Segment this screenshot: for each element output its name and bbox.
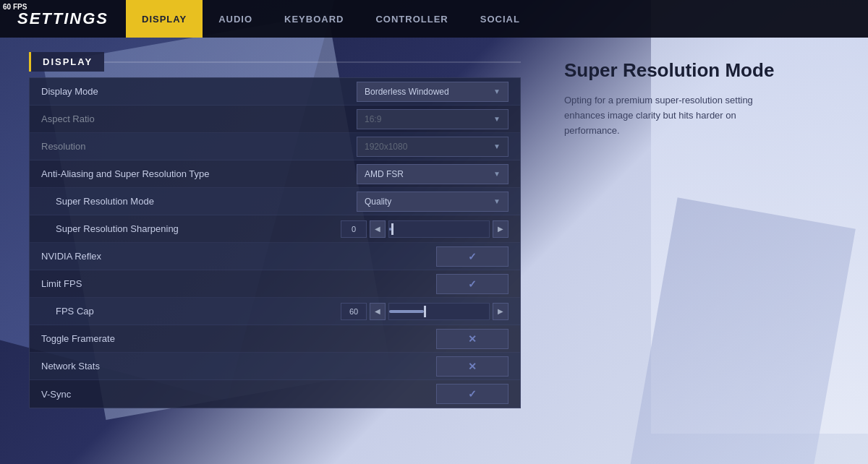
sharpening-value: 0 <box>341 220 367 238</box>
cross-icon: ✕ <box>468 333 477 345</box>
network-stats-checkbox[interactable]: ✕ <box>436 356 509 377</box>
check-icon: ✓ <box>468 278 477 290</box>
nvidia-reflex-checkbox[interactable]: ✓ <box>436 246 509 267</box>
table-row: Super Resolution Mode Quality ▼ <box>30 188 520 215</box>
fps-cap-value: 60 <box>341 303 367 320</box>
anti-aliasing-dropdown[interactable]: AMD FSR ▼ <box>357 164 509 184</box>
table-row: NVIDIA Reflex ✓ <box>30 243 520 270</box>
section-title-line <box>104 61 521 63</box>
table-row: Network Stats ✕ <box>30 353 520 380</box>
chevron-down-icon: ▼ <box>493 87 501 95</box>
chevron-down-icon: ▼ <box>493 142 501 150</box>
resolution-dropdown[interactable]: 1920x1080 ▼ <box>357 137 509 157</box>
main-content: DISPLAY Display Mode Borderless Windowed… <box>0 38 868 464</box>
check-icon: ✓ <box>468 388 477 400</box>
fps-cap-slider-fill <box>389 310 424 313</box>
tab-keyboard[interactable]: KEYBOARD <box>268 0 359 38</box>
chevron-down-icon: ▼ <box>493 115 501 123</box>
tab-display[interactable]: DISPLAY <box>126 0 203 38</box>
tab-social[interactable]: SOCIAL <box>464 0 536 38</box>
setting-label-toggle-framerate: Toggle Framerate <box>41 333 436 344</box>
sharpening-decrease-button[interactable]: ◀ <box>370 220 386 238</box>
table-row: Super Resolution Sharpening 0 ◀ ▶ <box>30 215 520 243</box>
chevron-down-icon: ▼ <box>493 197 501 205</box>
info-title: Super Resolution Mode <box>564 59 846 82</box>
cross-icon: ✕ <box>468 361 477 372</box>
anti-aliasing-value: AMD FSR <box>365 169 404 179</box>
setting-label-sharpening: Super Resolution Sharpening <box>41 223 341 234</box>
check-icon: ✓ <box>468 251 477 262</box>
setting-label-fps-cap: FPS Cap <box>41 306 341 317</box>
chevron-down-icon: ▼ <box>493 170 501 178</box>
super-resolution-mode-dropdown[interactable]: Quality ▼ <box>357 192 509 212</box>
sharpening-slider-container: 0 ◀ ▶ <box>341 220 509 238</box>
limit-fps-checkbox[interactable]: ✓ <box>436 274 509 294</box>
setting-label-anti-aliasing: Anti-Aliasing and Super Resolution Type <box>41 168 357 179</box>
table-row: Limit FPS ✓ <box>30 270 520 298</box>
setting-label-v-sync: V-Sync <box>41 389 436 400</box>
table-row: FPS Cap 60 ◀ ▶ <box>30 298 520 325</box>
fps-counter: 60 FPS <box>3 3 27 11</box>
table-row: Resolution 1920x1080 ▼ <box>30 133 520 160</box>
fps-cap-slider-thumb <box>424 306 426 317</box>
fps-cap-increase-button[interactable]: ▶ <box>493 303 509 320</box>
toggle-framerate-checkbox[interactable]: ✕ <box>436 329 509 349</box>
tab-controller[interactable]: CONTROLLER <box>359 0 464 38</box>
resolution-value: 1920x1080 <box>365 142 407 152</box>
sharpening-slider-thumb <box>391 223 393 235</box>
settings-panel: DISPLAY Display Mode Borderless Windowed… <box>0 38 535 464</box>
nav-bar: SETTINGS DISPLAY AUDIO KEYBOARD CONTROLL… <box>0 0 868 38</box>
setting-label-super-resolution-mode: Super Resolution Mode <box>41 196 357 207</box>
info-description: Opting for a premium super-resolution se… <box>564 93 781 138</box>
section-header: DISPLAY <box>29 52 521 72</box>
nav-tabs: DISPLAY AUDIO KEYBOARD CONTROLLER SOCIAL <box>126 0 536 38</box>
fps-cap-decrease-button[interactable]: ◀ <box>370 303 386 320</box>
table-row: Aspect Ratio 16:9 ▼ <box>30 106 520 133</box>
info-panel: Super Resolution Mode Opting for a premi… <box>535 38 868 464</box>
setting-label-aspect-ratio: Aspect Ratio <box>41 113 357 124</box>
setting-label-network-stats: Network Stats <box>41 361 436 371</box>
sharpening-increase-button[interactable]: ▶ <box>493 220 509 238</box>
aspect-ratio-dropdown[interactable]: 16:9 ▼ <box>357 109 509 129</box>
display-mode-value: Borderless Windowed <box>365 87 449 97</box>
section-title: DISPLAY <box>29 52 104 72</box>
table-row: Toggle Framerate ✕ <box>30 325 520 353</box>
display-mode-dropdown[interactable]: Borderless Windowed ▼ <box>357 82 509 102</box>
table-row: Anti-Aliasing and Super Resolution Type … <box>30 160 520 188</box>
setting-label-limit-fps: Limit FPS <box>41 278 436 289</box>
super-resolution-mode-value: Quality <box>365 197 391 207</box>
v-sync-checkbox[interactable]: ✓ <box>436 384 509 404</box>
fps-cap-slider-container: 60 ◀ ▶ <box>341 303 509 320</box>
sharpening-slider-track[interactable] <box>388 220 490 238</box>
table-row: Display Mode Borderless Windowed ▼ <box>30 78 520 106</box>
fps-cap-slider-track[interactable] <box>388 303 490 320</box>
setting-label-display-mode: Display Mode <box>41 86 357 97</box>
setting-label-resolution: Resolution <box>41 141 357 152</box>
settings-table: Display Mode Borderless Windowed ▼ Aspec… <box>29 77 521 408</box>
table-row: V-Sync ✓ <box>30 380 520 408</box>
setting-label-nvidia-reflex: NVIDIA Reflex <box>41 251 436 262</box>
app-title: SETTINGS <box>0 9 126 28</box>
tab-audio[interactable]: AUDIO <box>203 0 268 38</box>
aspect-ratio-value: 16:9 <box>365 114 381 124</box>
